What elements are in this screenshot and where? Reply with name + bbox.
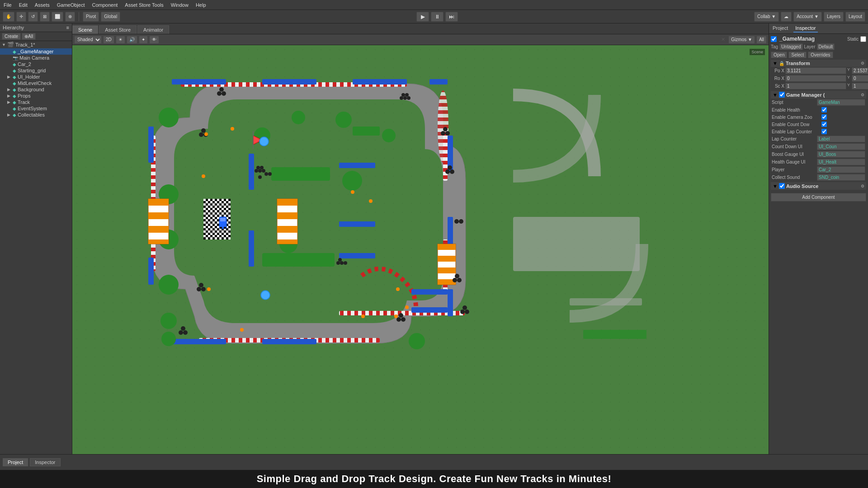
hierarchy-item-eventsystem[interactable]: ◆ EventSystem <box>0 105 72 112</box>
hierarchy-scene[interactable]: ▼ 🎬 Track_1* <box>0 41 72 48</box>
menu-asset-store-tools[interactable]: Asset Store Tools <box>121 1 167 9</box>
hierarchy-close-icon[interactable]: ≡ <box>66 25 69 30</box>
menu-file[interactable]: File <box>0 1 15 9</box>
tab-scene[interactable]: Scene <box>72 25 98 34</box>
hierarchy-item-collectables[interactable]: ▶ ◆ Collectables <box>0 112 72 118</box>
tag-value[interactable]: Untagged <box>779 43 802 50</box>
bottom-area: Project Inspector <box>0 454 868 470</box>
layout-button[interactable]: Layout <box>845 12 865 22</box>
tab-inspector-active[interactable]: Inspector <box>793 24 817 33</box>
transform-menu-icon[interactable]: ⚙ <box>861 61 864 66</box>
tab-inspector-bottom[interactable]: Inspector <box>30 458 60 466</box>
menu-gameobject[interactable]: GameObject <box>53 1 89 9</box>
hierarchy-item-background[interactable]: ▶ ◆ Background <box>0 86 72 93</box>
maincamera-label: Main Camera <box>19 55 49 61</box>
transform-header[interactable]: ▼ 🔒 Transform ⚙ <box>771 60 866 67</box>
count-down-ui-value[interactable]: UI_Coun <box>817 143 865 150</box>
hierarchy-item-track[interactable]: ▶ ◆ Track <box>0 99 72 105</box>
hierarchy-item-gamemanager[interactable]: ◆ _GameManager <box>0 48 72 55</box>
audio-source-header[interactable]: ▼ Audio Source ⚙ <box>771 182 866 190</box>
game-manager-header[interactable]: ▼ Game Manager ( ⚙ <box>771 91 866 99</box>
enable-camera-zoom-checkbox[interactable] <box>821 114 827 120</box>
enable-health-checkbox[interactable] <box>821 107 827 113</box>
account-button[interactable]: Account ▼ <box>793 12 822 22</box>
rotate-tool-button[interactable]: ↺ <box>28 12 38 22</box>
lap-counter-value[interactable]: Label <box>817 136 865 142</box>
rot-y-input[interactable] <box>852 75 868 82</box>
tab-animator[interactable]: Animator <box>137 25 169 34</box>
scale-x-input[interactable] <box>785 83 846 89</box>
create-button[interactable]: Create <box>2 33 21 40</box>
collect-sound-value[interactable]: SND_coin <box>817 174 865 181</box>
menu-edit[interactable]: Edit <box>15 1 31 9</box>
enable-count-down-checkbox[interactable] <box>821 122 827 127</box>
gm-menu-icon[interactable]: ⚙ <box>861 93 864 97</box>
play-button[interactable]: ▶ <box>416 12 429 22</box>
tab-project-bottom[interactable]: Project <box>3 458 28 466</box>
audio-button[interactable]: 🔊 <box>127 36 137 44</box>
obj-enabled-checkbox[interactable] <box>771 36 777 42</box>
game-scene[interactable]: Scene <box>72 45 769 454</box>
step-button[interactable]: ⏭ <box>445 12 458 22</box>
add-component-button[interactable]: Add Component <box>771 193 866 202</box>
shaded-select[interactable]: Shaded <box>74 36 102 44</box>
boost-gauge-value[interactable]: UI_Boos <box>817 151 865 158</box>
move-tool-button[interactable]: ✛ <box>16 12 26 22</box>
scale-row: Sc X Y Z <box>771 83 866 89</box>
static-checkbox[interactable] <box>860 36 866 42</box>
effects-button[interactable]: ✦ <box>139 36 148 44</box>
transform-tool-button[interactable]: ⊕ <box>65 12 75 22</box>
script-value[interactable]: GameMan <box>817 99 865 106</box>
2d-button[interactable]: 2D <box>103 36 114 44</box>
global-button[interactable]: Global <box>101 12 120 22</box>
menu-component[interactable]: Component <box>88 1 121 9</box>
enable-lap-counter-checkbox[interactable] <box>821 129 827 134</box>
scale-y-input[interactable] <box>852 83 868 89</box>
menu-window[interactable]: Window <box>167 1 192 9</box>
gm-enabled-checkbox[interactable] <box>779 92 785 98</box>
overrides-prefab-button[interactable]: Overrides <box>808 52 833 58</box>
health-gauge-value[interactable]: UI_Healt <box>817 159 865 165</box>
hierarchy-header: Hierarchy ≡ <box>0 23 72 32</box>
audio-menu-icon[interactable]: ⚙ <box>861 184 864 188</box>
svg-point-101 <box>258 169 262 173</box>
transform-expand-icon: ▼ <box>773 61 778 66</box>
pivot-button[interactable]: Pivot <box>83 12 99 22</box>
rot-x-input[interactable] <box>785 75 846 82</box>
hierarchy-item-maincamera[interactable]: 📷 Main Camera <box>0 55 72 61</box>
hierarchy-item-uiholder[interactable]: ▶ ◆ UI_Holder <box>0 74 72 80</box>
audio-enabled-checkbox[interactable] <box>779 183 785 189</box>
rect-tool-button[interactable]: ⬜ <box>52 12 63 22</box>
menu-help[interactable]: Help <box>192 1 210 9</box>
gizmos-button[interactable]: Gizmos ▼ <box>728 36 755 44</box>
tab-asset-store[interactable]: Asset Store <box>99 25 137 34</box>
hierarchy-item-startinggrid[interactable]: ◆ Starting_grid <box>0 67 72 74</box>
layers-button[interactable]: Layers <box>824 12 844 22</box>
lighting-button[interactable]: ☀ <box>116 36 125 44</box>
hidden-button[interactable]: 👁 <box>149 36 159 44</box>
all-scene-button[interactable]: All <box>756 36 767 44</box>
all-button[interactable]: ⊕All <box>22 33 36 40</box>
tab-project[interactable]: Project <box>771 24 790 33</box>
layer-value[interactable]: Default <box>817 43 835 50</box>
close-scene-icon[interactable]: ✕ <box>721 37 725 42</box>
svg-point-114 <box>401 317 406 322</box>
pos-x-input[interactable]: 3.1121 <box>785 67 846 74</box>
hierarchy-item-midlevel[interactable]: ◆ MidLevelCheck <box>0 80 72 86</box>
svg-rect-77 <box>220 227 222 229</box>
cloud-button[interactable]: ☁ <box>781 12 792 22</box>
select-prefab-button[interactable]: Select <box>788 52 807 58</box>
svg-point-85 <box>445 169 450 174</box>
pause-button[interactable]: ⏸ <box>431 12 443 22</box>
scale-tool-button[interactable]: ⊠ <box>40 12 50 22</box>
hand-tool-button[interactable]: ✋ <box>3 12 14 22</box>
player-value[interactable]: Car_2 <box>817 166 865 173</box>
hierarchy-item-props[interactable]: ▶ ◆ Props <box>0 93 72 99</box>
player-row: Player Car_2 <box>771 166 866 173</box>
svg-rect-61 <box>277 226 297 233</box>
hierarchy-item-car2[interactable]: ◆ Car_2 <box>0 61 72 67</box>
collab-button[interactable]: Collab ▼ <box>754 12 779 22</box>
pos-y-input[interactable]: 2.1537 <box>852 67 868 74</box>
menu-assets[interactable]: Assets <box>31 1 53 9</box>
open-prefab-button[interactable]: Open <box>771 52 787 58</box>
